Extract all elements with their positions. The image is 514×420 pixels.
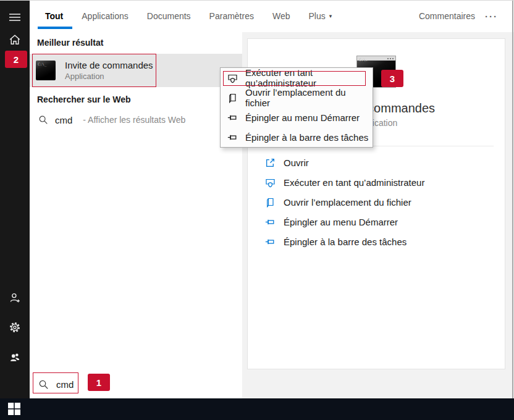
hamburger-menu-icon[interactable] (0, 7, 30, 27)
menu-item-label: Épingler à la barre des tâches (245, 132, 368, 143)
chevron-down-icon: ▾ (329, 13, 332, 19)
tab-web[interactable]: Web (272, 0, 290, 32)
menu-item-label: Exécuter en tant qu’administrateur (245, 67, 373, 88)
home-icon[interactable] (0, 30, 30, 49)
active-tab-underline (38, 27, 72, 29)
tab-label: Documents (147, 11, 191, 21)
section-best-result: Meilleur résultat (37, 38, 103, 48)
tab-documents[interactable]: Documents (147, 0, 191, 32)
action-pin-start[interactable]: Épingler au menu Démarrer (248, 212, 505, 232)
action-label: Ouvrir l’emplacement du fichier (284, 197, 411, 208)
cmd-window-icon: C:\_ (36, 61, 56, 80)
pin-icon (265, 217, 276, 227)
search-header: Tout Applications Documents Paramètres W… (30, 0, 514, 32)
best-result-row[interactable]: C:\_ Invite de commandes Application (30, 54, 242, 87)
action-label: Ouvrir (284, 158, 309, 168)
menu-item-pin-taskbar[interactable]: Épingler à la barre des tâches (221, 127, 373, 147)
web-query-text: cmd (55, 115, 72, 125)
settings-gear-icon[interactable] (0, 317, 30, 337)
window-right-edge (512, 0, 513, 398)
callout-number: 3 (390, 74, 395, 84)
action-label: Épingler au menu Démarrer (284, 217, 398, 227)
menu-item-label: Ouvrir l’emplacement du fichier (245, 87, 373, 108)
callout-tail (27, 55, 36, 64)
callout-tail (373, 74, 381, 83)
tab-parametres[interactable]: Paramètres (209, 0, 254, 32)
tab-label: Web (272, 11, 290, 21)
taskbar (0, 398, 514, 420)
pin-icon (227, 132, 238, 143)
results-panel: Meilleur résultat C:\_ Invite de command… (30, 32, 242, 371)
callout-number: 2 (14, 54, 19, 65)
run-as-admin-icon (265, 177, 276, 188)
open-icon (265, 158, 276, 168)
add-user-icon[interactable] (0, 288, 30, 308)
web-search-row[interactable]: cmd - Afficher les résultats Web (30, 111, 242, 129)
tab-label: Tout (45, 11, 63, 21)
menu-item-open-file-location[interactable]: Ouvrir l’emplacement du fichier (221, 88, 373, 107)
tab-label: Paramètres (209, 11, 254, 21)
file-location-icon (227, 93, 238, 103)
action-open-file-location[interactable]: Ouvrir l’emplacement du fichier (248, 192, 505, 212)
windows-search-flyout: Tout Applications Documents Paramètres W… (0, 0, 514, 420)
filter-tabs: Tout Applications Documents Paramètres W… (45, 0, 332, 32)
callout-badge-3: 3 (381, 70, 403, 87)
search-box[interactable]: cmd (30, 371, 242, 398)
menu-item-run-as-admin[interactable]: Exécuter en tant qu’administrateur (221, 68, 373, 88)
more-options-icon[interactable]: ··· (485, 11, 498, 22)
tab-applications[interactable]: Applications (82, 0, 128, 32)
pin-icon (265, 237, 276, 247)
callout-badge-2: 2 (5, 51, 27, 68)
menu-item-pin-start[interactable]: Épingler au menu Démarrer (221, 107, 373, 127)
web-query-hint: - Afficher les résultats Web (83, 115, 185, 125)
tab-label: Applications (82, 11, 128, 21)
search-icon (38, 115, 48, 125)
preview-actions: Ouvrir Exécuter en tant qu’administrateu… (248, 153, 505, 251)
action-pin-taskbar[interactable]: Épingler à la barre des tâches (248, 232, 505, 251)
file-location-icon (265, 197, 276, 208)
tab-label: Plus (309, 11, 326, 21)
callout-badge-1: 1 (88, 374, 110, 391)
context-menu: Exécuter en tant qu’administrateur Ouvri… (220, 67, 373, 148)
action-open[interactable]: Ouvrir (248, 153, 505, 172)
window-top-edge (0, 0, 514, 1)
tab-tout[interactable]: Tout (45, 0, 63, 32)
best-result-subtitle: Application (65, 71, 153, 82)
search-input[interactable]: cmd (56, 379, 74, 390)
pin-icon (227, 112, 238, 123)
people-icon[interactable] (0, 347, 30, 367)
action-label: Exécuter en tant qu’administrateur (284, 177, 424, 188)
search-icon (38, 379, 49, 390)
best-result-title: Invite de commandes (65, 59, 153, 71)
windows-logo-icon[interactable] (8, 403, 20, 415)
header-right: Commentaires ··· (419, 11, 498, 22)
section-search-web: Rechercher sur le Web (37, 94, 130, 104)
tab-plus[interactable]: Plus▾ (309, 0, 332, 32)
action-run-as-admin[interactable]: Exécuter en tant qu’administrateur (248, 172, 505, 192)
best-result-text: Invite de commandes Application (65, 59, 153, 82)
menu-item-label: Épingler au menu Démarrer (245, 112, 360, 123)
callout-tail (79, 378, 88, 387)
feedback-link[interactable]: Commentaires (419, 11, 475, 21)
callout-number: 1 (96, 377, 101, 388)
run-as-admin-icon (227, 73, 238, 83)
action-label: Épingler à la barre des tâches (284, 237, 407, 247)
